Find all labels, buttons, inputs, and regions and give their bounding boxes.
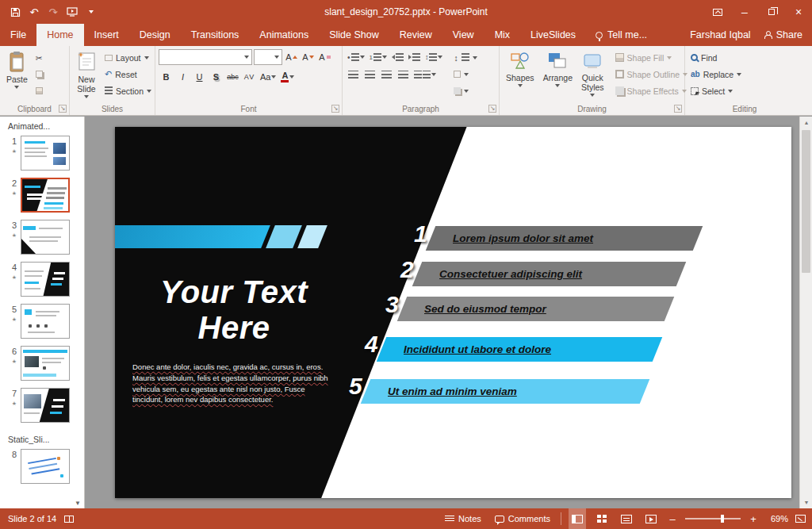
strikethrough-button[interactable]: abc bbox=[225, 70, 240, 85]
new-slide-button[interactable]: New Slide bbox=[73, 48, 100, 102]
numbering-button[interactable]: 1 bbox=[368, 50, 389, 65]
slide-item-bar-1[interactable]: Lorem ipsum dolor sit amet bbox=[426, 226, 703, 251]
align-left-button[interactable] bbox=[346, 67, 361, 82]
section-header-animated[interactable]: Animated... bbox=[0, 117, 84, 132]
layout-button[interactable]: Layout bbox=[102, 49, 154, 66]
slide-item-bar-3[interactable]: Sed do eiusmod tempor bbox=[397, 297, 675, 321]
zoom-out-button[interactable]: – bbox=[667, 513, 678, 525]
notes-button[interactable]: Notes bbox=[442, 508, 485, 529]
tab-mix[interactable]: Mix bbox=[485, 24, 520, 46]
spell-check-icon[interactable] bbox=[64, 516, 74, 523]
comments-button[interactable]: Comments bbox=[492, 508, 553, 529]
justify-button[interactable] bbox=[396, 67, 411, 82]
quick-styles-button[interactable]: Quick Styles bbox=[578, 48, 607, 102]
bullets-button[interactable]: • bbox=[346, 50, 366, 65]
slide-title-textbox[interactable]: Your Text Here bbox=[115, 274, 353, 346]
restore-button[interactable] bbox=[758, 0, 785, 24]
zoom-level[interactable]: 69% bbox=[766, 514, 788, 523]
format-painter-button[interactable] bbox=[33, 82, 45, 99]
shrink-font-button[interactable]: A bbox=[301, 50, 316, 65]
section-button[interactable]: Section bbox=[102, 82, 154, 99]
normal-view-button[interactable] bbox=[569, 508, 586, 529]
select-button[interactable]: Select bbox=[688, 82, 744, 99]
start-from-beginning-icon[interactable] bbox=[63, 3, 81, 21]
slide-editing-area[interactable]: Your Text Here Donec ante dolor, iaculis… bbox=[115, 127, 791, 498]
slide-item-bar-4[interactable]: Incididunt ut labore et dolore bbox=[377, 337, 663, 362]
columns-button[interactable] bbox=[412, 67, 438, 82]
scroll-up-icon[interactable]: ▲ bbox=[800, 117, 812, 128]
tab-insert[interactable]: Insert bbox=[84, 24, 129, 46]
bold-button[interactable]: B bbox=[159, 70, 174, 85]
tab-slide-show[interactable]: Slide Show bbox=[319, 24, 389, 46]
tab-design[interactable]: Design bbox=[129, 24, 181, 46]
shape-fill-button[interactable]: Shape Fill bbox=[613, 49, 691, 66]
tab-home[interactable]: Home bbox=[36, 24, 83, 46]
clipboard-dialog-launcher[interactable]: ↘ bbox=[59, 105, 67, 113]
save-icon[interactable] bbox=[6, 3, 24, 21]
zoom-in-button[interactable]: + bbox=[748, 513, 759, 525]
undo-icon[interactable]: ↶ bbox=[25, 3, 43, 21]
thumbnails-scroll-down-icon[interactable]: ▼ bbox=[75, 500, 81, 507]
paragraph-dialog-launcher[interactable]: ↘ bbox=[488, 105, 496, 113]
line-spacing-button[interactable]: ↕ bbox=[423, 50, 445, 65]
redo-icon[interactable]: ↷ bbox=[44, 3, 62, 21]
copy-button[interactable] bbox=[33, 66, 45, 82]
reading-view-button[interactable] bbox=[618, 508, 635, 529]
align-center-button[interactable] bbox=[362, 67, 377, 82]
character-spacing-button[interactable]: AV bbox=[242, 70, 257, 85]
grow-font-button[interactable]: A bbox=[284, 50, 299, 65]
arrange-button[interactable]: Arrange bbox=[540, 48, 576, 102]
shapes-button[interactable]: Shapes bbox=[503, 48, 538, 102]
slide-item-number-2[interactable]: 2 bbox=[400, 256, 414, 283]
align-text-button[interactable] bbox=[451, 66, 479, 82]
tab-view[interactable]: View bbox=[442, 24, 485, 46]
minimize-button[interactable]: – bbox=[731, 0, 758, 24]
close-button[interactable]: × bbox=[785, 0, 812, 24]
slideshow-view-button[interactable] bbox=[642, 508, 660, 529]
align-right-button[interactable] bbox=[379, 67, 394, 82]
shape-outline-button[interactable]: Shape Outline bbox=[613, 66, 691, 82]
underline-button[interactable]: U bbox=[192, 70, 207, 85]
share-button[interactable]: Share bbox=[764, 29, 802, 40]
slide-number-indicator[interactable]: Slide 2 of 14 bbox=[8, 514, 56, 523]
shape-effects-button[interactable]: Shape Effects bbox=[613, 82, 691, 99]
scroll-down-icon[interactable]: ▼ bbox=[800, 496, 812, 508]
clear-formatting-button[interactable]: A bbox=[317, 50, 332, 65]
slide-item-number-4[interactable]: 4 bbox=[365, 331, 378, 358]
customize-qat-icon[interactable] bbox=[82, 3, 100, 21]
cut-button[interactable]: ✂ bbox=[33, 49, 45, 66]
account-name[interactable]: Farshad Iqbal bbox=[690, 29, 750, 40]
slide-thumbnail-5[interactable] bbox=[21, 304, 70, 339]
font-name-combobox[interactable] bbox=[159, 49, 252, 65]
slide-thumbnail-4[interactable] bbox=[21, 262, 70, 297]
tab-review[interactable]: Review bbox=[389, 24, 442, 46]
slide-thumbnail-6[interactable] bbox=[21, 346, 70, 381]
slide-thumbnail-2-selected[interactable] bbox=[21, 178, 70, 213]
scrollbar-thumb[interactable] bbox=[802, 130, 810, 273]
font-dialog-launcher[interactable]: ↘ bbox=[331, 105, 339, 113]
fit-slide-to-window-button[interactable] bbox=[795, 515, 806, 523]
font-size-combobox[interactable] bbox=[254, 49, 282, 65]
slide-thumbnail-3[interactable] bbox=[21, 220, 70, 255]
tab-liveslides[interactable]: LiveSlides bbox=[520, 24, 586, 46]
tell-me-box[interactable]: Tell me... bbox=[586, 24, 657, 46]
slide-thumbnail-1[interactable] bbox=[21, 136, 70, 171]
slide-thumbnail-7[interactable] bbox=[21, 388, 70, 423]
convert-smartart-button[interactable] bbox=[451, 82, 479, 99]
tab-file[interactable]: File bbox=[0, 24, 36, 46]
find-button[interactable]: Find bbox=[688, 49, 744, 66]
cyan-stripe-shape[interactable] bbox=[115, 225, 329, 248]
text-shadow-button[interactable]: S bbox=[209, 70, 224, 85]
slide-thumbnail-8[interactable] bbox=[21, 449, 70, 484]
section-header-static[interactable]: Static_Sli... bbox=[0, 430, 84, 446]
zoom-slider-thumb[interactable] bbox=[721, 515, 724, 523]
tab-animations[interactable]: Animations bbox=[249, 24, 319, 46]
ribbon-display-options-button[interactable] bbox=[704, 0, 731, 24]
zoom-slider[interactable] bbox=[685, 518, 741, 519]
change-case-button[interactable]: Aa bbox=[259, 70, 278, 85]
slide-sorter-view-button[interactable] bbox=[593, 508, 611, 529]
italic-button[interactable]: I bbox=[175, 70, 190, 85]
slide-item-bar-5[interactable]: Ut enim ad minim veniam bbox=[361, 379, 650, 404]
tab-transitions[interactable]: Transitions bbox=[181, 24, 250, 46]
text-direction-button[interactable]: ↕ bbox=[451, 49, 479, 66]
